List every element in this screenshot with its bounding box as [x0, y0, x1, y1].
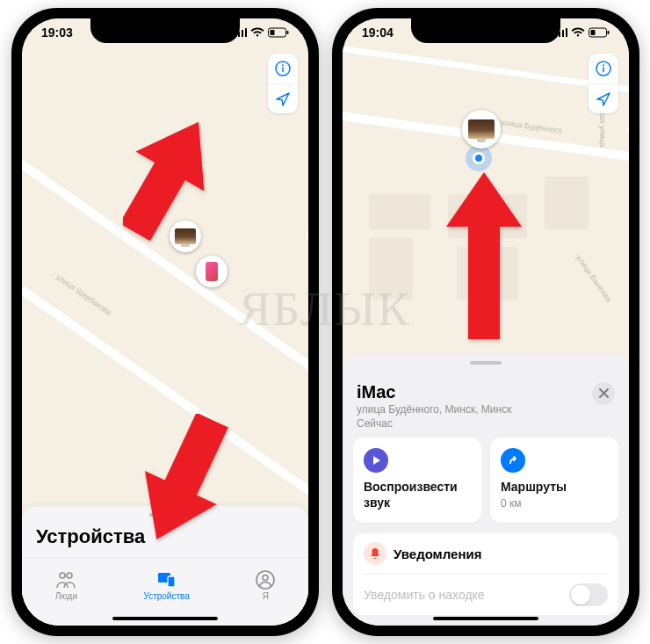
notch — [90, 18, 240, 43]
svg-point-7 — [67, 573, 72, 578]
battery-icon — [589, 27, 610, 38]
device-address: улица Будённого, Минск, Минск — [357, 402, 615, 416]
notifications-title: Уведомления — [394, 546, 481, 561]
tab-label: Люди — [55, 591, 77, 601]
notch — [411, 18, 560, 43]
annotation-arrow — [141, 414, 228, 546]
phone-mock-left: 19:03 улица Щербакова — [11, 8, 319, 636]
me-icon — [256, 570, 275, 590]
map-controls — [268, 54, 298, 113]
directions-distance: 0 км — [501, 497, 608, 510]
directions-label: Маршруты — [501, 480, 608, 496]
bell-icon — [364, 542, 386, 565]
notifications-card: Уведомления Уведомить о находке — [353, 533, 618, 615]
svg-rect-2 — [287, 31, 289, 34]
status-time: 19:04 — [362, 25, 394, 40]
tab-people[interactable]: Люди — [55, 570, 77, 601]
sheet-grabber[interactable] — [470, 361, 502, 365]
annotation-arrow — [123, 113, 211, 241]
battery-icon — [268, 27, 289, 38]
play-sound-card[interactable]: Воспроизвести звук — [353, 438, 481, 523]
current-location-dot — [473, 152, 485, 164]
device-name: iMac — [357, 382, 615, 402]
street-label: улица Будённого — [500, 118, 562, 135]
tab-bar: Люди Устройства Я — [22, 557, 308, 613]
annotation-arrow — [444, 172, 524, 339]
close-button[interactable] — [592, 382, 615, 405]
svg-point-16 — [603, 64, 604, 66]
directions-card[interactable]: Маршруты 0 км — [490, 438, 618, 523]
map-info-button[interactable] — [589, 54, 618, 83]
tab-label: Я — [263, 591, 269, 601]
map-info-button[interactable] — [268, 54, 298, 83]
play-sound-label: Воспроизвести звук — [364, 480, 471, 510]
svg-point-11 — [263, 575, 268, 581]
svg-rect-14 — [608, 31, 610, 34]
phone-mock-right: 19:04 улица Будённого ули — [332, 8, 639, 636]
map-locate-button[interactable] — [268, 83, 298, 113]
status-time: 19:03 — [41, 25, 73, 40]
map-controls — [589, 54, 618, 113]
notify-found-label: Уведомить о находке — [364, 588, 485, 602]
home-indicator[interactable] — [433, 617, 538, 620]
device-pin-iphone[interactable] — [196, 256, 228, 287]
devices-icon — [156, 570, 177, 590]
directions-icon — [501, 448, 525, 473]
play-icon — [364, 448, 388, 473]
people-icon — [55, 570, 76, 590]
svg-point-4 — [282, 64, 284, 66]
street-label: улица Щербакова — [54, 272, 113, 317]
street-label: улица Ванеева — [574, 253, 613, 303]
device-detail-sheet[interactable]: iMac улица Будённого, Минск, Минск Сейча… — [343, 354, 629, 626]
wifi-icon — [250, 27, 264, 38]
svg-point-6 — [60, 573, 65, 578]
tab-devices[interactable]: Устройства — [143, 570, 189, 601]
tab-label: Устройства — [143, 591, 189, 601]
svg-rect-9 — [168, 576, 175, 587]
wifi-icon — [571, 27, 585, 38]
notify-found-switch[interactable] — [569, 583, 608, 606]
map-locate-button[interactable] — [589, 83, 618, 113]
device-timestamp: Сейчас — [357, 416, 615, 431]
svg-rect-1 — [271, 30, 275, 35]
svg-rect-5 — [282, 67, 284, 72]
device-pin-imac[interactable] — [462, 110, 501, 148]
home-indicator[interactable] — [112, 617, 218, 620]
svg-rect-17 — [603, 67, 604, 72]
tab-me[interactable]: Я — [256, 570, 275, 601]
svg-rect-13 — [591, 30, 596, 35]
notify-when-found-row[interactable]: Уведомить о находке — [364, 574, 608, 615]
